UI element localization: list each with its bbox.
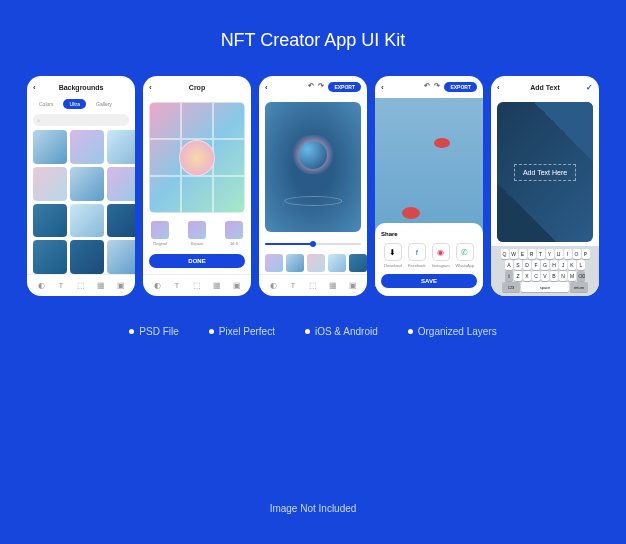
back-icon[interactable]: ‹	[381, 83, 384, 92]
facebook-icon: f	[408, 243, 426, 261]
key-return[interactable]: return	[570, 282, 588, 292]
key[interactable]: R	[528, 249, 536, 259]
key[interactable]: V	[541, 271, 549, 281]
key[interactable]: H	[550, 260, 558, 270]
nav-image-icon[interactable]: ▣	[232, 281, 242, 291]
thumbnail[interactable]	[33, 240, 67, 274]
text-canvas[interactable]: Add Text Here	[497, 102, 593, 242]
nav-crop-icon[interactable]: ⬚	[76, 281, 86, 291]
redo-icon[interactable]: ↷	[434, 82, 440, 92]
filter-option[interactable]	[328, 254, 346, 272]
key[interactable]: S	[514, 260, 522, 270]
redo-icon[interactable]: ↷	[318, 82, 324, 92]
done-button[interactable]: DONE	[149, 254, 245, 268]
key-123[interactable]: 123	[502, 282, 520, 292]
intensity-slider[interactable]	[265, 240, 361, 248]
thumbnail[interactable]	[107, 240, 136, 274]
thumbnail[interactable]	[107, 167, 136, 201]
filter-option[interactable]	[349, 254, 367, 272]
key[interactable]: J	[559, 260, 567, 270]
thumbnail[interactable]	[33, 167, 67, 201]
nav-image-icon[interactable]: ▣	[348, 281, 358, 291]
bullet-icon	[305, 329, 310, 334]
key[interactable]: I	[564, 249, 572, 259]
key[interactable]: E	[519, 249, 527, 259]
key[interactable]: K	[568, 260, 576, 270]
confirm-icon[interactable]: ✓	[586, 83, 593, 92]
key[interactable]: P	[582, 249, 590, 259]
ratio-original[interactable]: Original	[149, 221, 171, 246]
key[interactable]: C	[532, 271, 540, 281]
bullet-icon	[129, 329, 134, 334]
key[interactable]: U	[555, 249, 563, 259]
share-download[interactable]: ⬇Download	[384, 243, 402, 268]
keyboard-row-3: ⇧ Z X C V B N M ⌫	[494, 271, 596, 281]
nav-crop-icon[interactable]: ⬚	[308, 281, 318, 291]
tab-colors[interactable]: Colors	[33, 99, 59, 109]
back-icon[interactable]: ‹	[497, 83, 500, 92]
thumbnail[interactable]	[70, 240, 104, 274]
thumbnail[interactable]	[33, 204, 67, 238]
tab-gallery[interactable]: Gallery	[90, 99, 118, 109]
nav-text-icon[interactable]: T	[288, 281, 298, 291]
share-instagram[interactable]: ◉Instagram	[432, 243, 450, 268]
key[interactable]: D	[523, 260, 531, 270]
key[interactable]: Y	[546, 249, 554, 259]
export-button[interactable]: EXPORT	[328, 82, 361, 92]
filter-option[interactable]	[286, 254, 304, 272]
thumbnail[interactable]	[107, 130, 136, 164]
key[interactable]: G	[541, 260, 549, 270]
thumbnail[interactable]	[70, 167, 104, 201]
key[interactable]: X	[523, 271, 531, 281]
aspect-ratios: Original Square 16:9	[143, 217, 251, 250]
thumbnail[interactable]	[33, 130, 67, 164]
key[interactable]: Q	[501, 249, 509, 259]
nav-image-icon[interactable]: ▣	[116, 281, 126, 291]
ratio-16-9[interactable]: 16:9	[223, 221, 245, 246]
preview-canvas[interactable]	[265, 102, 361, 232]
feature-item: PSD File	[129, 326, 178, 337]
ratio-square[interactable]: Square	[186, 221, 208, 246]
export-button[interactable]: EXPORT	[444, 82, 477, 92]
tab-ultra[interactable]: Ultra	[63, 99, 86, 109]
share-facebook[interactable]: fFacebook	[408, 243, 426, 268]
thumbnail[interactable]	[70, 204, 104, 238]
artwork-abstract	[497, 102, 593, 242]
key[interactable]: N	[559, 271, 567, 281]
filter-option[interactable]	[307, 254, 325, 272]
nav-contrast-icon[interactable]: ◐	[268, 281, 278, 291]
key[interactable]: W	[510, 249, 518, 259]
key-space[interactable]: space	[521, 282, 569, 292]
back-icon[interactable]: ‹	[149, 83, 152, 92]
thumbnail[interactable]	[70, 130, 104, 164]
back-icon[interactable]: ‹	[33, 83, 36, 92]
key[interactable]: A	[505, 260, 513, 270]
crop-canvas[interactable]	[149, 102, 245, 213]
nav-contrast-icon[interactable]: ◐	[36, 281, 46, 291]
share-whatsapp[interactable]: ✆WhatsApp	[456, 243, 474, 268]
key[interactable]: O	[573, 249, 581, 259]
search-input[interactable]: ⌕	[33, 114, 129, 126]
back-icon[interactable]: ‹	[265, 83, 268, 92]
key[interactable]: F	[532, 260, 540, 270]
key-shift[interactable]: ⇧	[505, 271, 513, 281]
artwork-cap	[402, 207, 420, 219]
key[interactable]: M	[568, 271, 576, 281]
key[interactable]: B	[550, 271, 558, 281]
nav-text-icon[interactable]: T	[56, 281, 66, 291]
key[interactable]: L	[577, 260, 585, 270]
nav-crop-icon[interactable]: ⬚	[192, 281, 202, 291]
undo-icon[interactable]: ↶	[424, 82, 430, 92]
nav-layers-icon[interactable]: ▦	[328, 281, 338, 291]
nav-layers-icon[interactable]: ▦	[212, 281, 222, 291]
thumbnail[interactable]	[107, 204, 136, 238]
key-backspace[interactable]: ⌫	[577, 271, 585, 281]
nav-layers-icon[interactable]: ▦	[96, 281, 106, 291]
nav-text-icon[interactable]: T	[172, 281, 182, 291]
key[interactable]: Z	[514, 271, 522, 281]
save-button[interactable]: SAVE	[381, 274, 477, 288]
nav-contrast-icon[interactable]: ◐	[152, 281, 162, 291]
filter-option[interactable]	[265, 254, 283, 272]
key[interactable]: T	[537, 249, 545, 259]
undo-icon[interactable]: ↶	[308, 82, 314, 92]
